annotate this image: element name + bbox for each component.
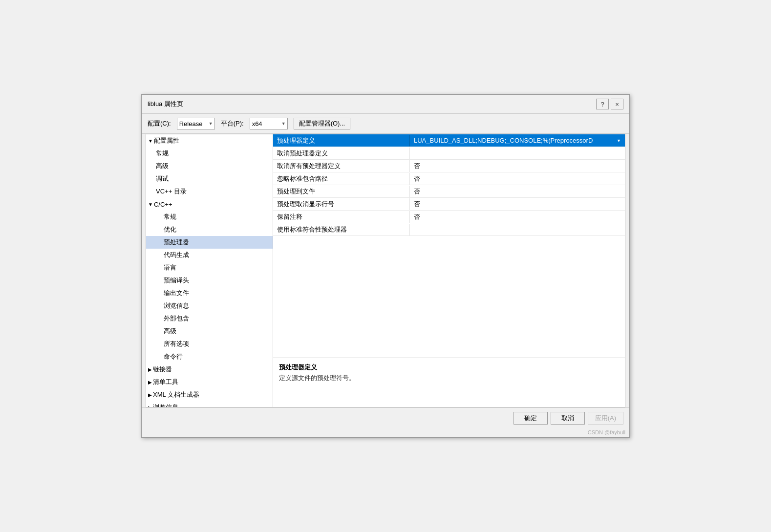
tree-item-pch[interactable]: 预编译头 <box>146 274 273 287</box>
tree-item-label: 命令行 <box>164 352 183 361</box>
prop-name: 取消预处理器定义 <box>273 148 410 159</box>
close-button[interactable]: × <box>611 99 623 109</box>
platform-select-wrapper: x64 x86 所有平台 <box>250 118 288 129</box>
config-select-wrapper: Release Debug 所有配置 <box>177 118 215 129</box>
tree-item-config-props[interactable]: ▼ 配置属性 <box>146 134 273 147</box>
tree-panel: ▼ 配置属性 常规 高级 调试 VC++ 目录 ▼ C/C++ <box>146 134 273 407</box>
expand-icon: ▶ <box>148 380 152 385</box>
config-label: 配置(C): <box>148 119 171 128</box>
watermark: CSDN @faybull <box>142 428 629 437</box>
tree-item-external-includes[interactable]: 外部包含 <box>146 312 273 325</box>
tree-item-label: 高级 <box>164 327 176 336</box>
tree-item-output-files[interactable]: 输出文件 <box>146 287 273 299</box>
tree-item-label: C/C++ <box>154 201 172 208</box>
tree-item-label: 预编译头 <box>164 276 189 285</box>
tree-item-general[interactable]: 常规 <box>146 147 273 160</box>
expand-icon: ▶ <box>148 405 152 407</box>
expand-icon: ▶ <box>148 367 152 372</box>
prop-name: 忽略标准包含路径 <box>273 173 410 185</box>
prop-row-preprocessor-def[interactable]: 预处理器定义 LUA_BUILD_AS_DLL;NDEBUG;_CONSOLE;… <box>273 134 625 147</box>
title-buttons: ? × <box>596 99 623 109</box>
tree-item-cpp-advanced[interactable]: 高级 <box>146 325 273 338</box>
title-bar: liblua 属性页 ? × <box>142 95 629 114</box>
tree-item-browse[interactable]: ▶ 浏览信息 <box>146 401 273 407</box>
prop-value <box>410 228 625 231</box>
prop-value: 否 <box>410 211 625 223</box>
prop-name: 使用标准符合性预处理器 <box>273 224 410 235</box>
prop-row-undefine-all[interactable]: 取消所有预处理器定义 否 <box>273 160 625 172</box>
toolbar: 配置(C): Release Debug 所有配置 平台(P): x64 x86… <box>142 114 629 134</box>
tree-scroll-area: ▼ 配置属性 常规 高级 调试 VC++ 目录 ▼ C/C++ <box>146 134 273 407</box>
prop-value <box>410 152 625 155</box>
prop-name: 预处理到文件 <box>273 186 410 197</box>
prop-value: LUA_BUILD_AS_DLL;NDEBUG;_CONSOLE;%(Prepr… <box>410 135 625 146</box>
tree-item-browse-info[interactable]: 浏览信息 <box>146 299 273 312</box>
expand-icon: ▶ <box>148 392 152 398</box>
apply-button[interactable]: 应用(A) <box>588 412 623 425</box>
tree-item-label: 常规 <box>164 213 176 221</box>
tree-item-label: 语言 <box>164 263 176 272</box>
tree-item-cpp[interactable]: ▼ C/C++ <box>146 198 273 211</box>
config-select[interactable]: Release Debug 所有配置 <box>177 118 215 129</box>
prop-name: 保留注释 <box>273 211 410 223</box>
tree-item-preprocessor[interactable]: 预处理器 <box>146 236 273 249</box>
prop-name: 取消所有预处理器定义 <box>273 160 410 172</box>
tree-item-optimization[interactable]: 优化 <box>146 223 273 236</box>
prop-name: 预处理器定义 <box>273 135 410 147</box>
prop-value: 否 <box>410 186 625 197</box>
prop-name: 预处理取消显示行号 <box>273 198 410 210</box>
properties-table: 预处理器定义 LUA_BUILD_AS_DLL;NDEBUG;_CONSOLE;… <box>273 134 625 358</box>
tree-item-label: 配置属性 <box>154 136 179 145</box>
prop-row-preprocess-file[interactable]: 预处理到文件 否 <box>273 185 625 198</box>
prop-value-text: LUA_BUILD_AS_DLL;NDEBUG;_CONSOLE;%(Prepr… <box>414 137 593 144</box>
ok-button[interactable]: 确定 <box>514 412 548 425</box>
tree-item-all-options[interactable]: 所有选项 <box>146 338 273 350</box>
properties-dialog: liblua 属性页 ? × 配置(C): Release Debug 所有配置… <box>141 94 630 438</box>
platform-select[interactable]: x64 x86 所有平台 <box>250 118 288 129</box>
tree-item-xml-gen[interactable]: ▶ XML 文档生成器 <box>146 388 273 401</box>
tree-item-advanced[interactable]: 高级 <box>146 160 273 172</box>
tree-item-language[interactable]: 语言 <box>146 261 273 274</box>
help-button[interactable]: ? <box>596 99 609 109</box>
prop-row-std-preprocessor[interactable]: 使用标准符合性预处理器 <box>273 223 625 236</box>
config-manager-button[interactable]: 配置管理器(O)... <box>294 118 351 129</box>
tree-item-label: 清单工具 <box>153 378 178 386</box>
tree-item-label: 所有选项 <box>164 340 189 348</box>
tree-item-label: XML 文档生成器 <box>153 390 199 399</box>
tree-item-label: 优化 <box>164 225 176 234</box>
tree-item-label: 浏览信息 <box>153 403 178 407</box>
prop-row-ignore-std[interactable]: 忽略标准包含路径 否 <box>273 172 625 185</box>
dialog-footer: 确定 取消 应用(A) <box>142 407 629 428</box>
tree-item-debug[interactable]: 调试 <box>146 172 273 185</box>
tree-item-linker[interactable]: ▶ 链接器 <box>146 363 273 376</box>
tree-item-codegen[interactable]: 代码生成 <box>146 249 273 261</box>
prop-value: 否 <box>410 198 625 210</box>
tree-item-cpp-general[interactable]: 常规 <box>146 211 273 223</box>
expand-icon: ▼ <box>148 202 153 207</box>
main-content: ▼ 配置属性 常规 高级 调试 VC++ 目录 ▼ C/C++ <box>146 134 625 407</box>
tree-item-manifest[interactable]: ▶ 清单工具 <box>146 376 273 388</box>
tree-item-label: 链接器 <box>153 365 172 374</box>
prop-value: 否 <box>410 160 625 172</box>
prop-row-undefine[interactable]: 取消预处理器定义 <box>273 147 625 160</box>
tree-item-label: 预处理器 <box>164 238 189 247</box>
tree-item-label: 代码生成 <box>164 251 189 259</box>
dialog-title: liblua 属性页 <box>148 100 183 108</box>
prop-value: 否 <box>410 173 625 185</box>
tree-item-label: 外部包含 <box>164 314 189 323</box>
tree-item-label: 输出文件 <box>164 289 189 298</box>
tree-item-label: 浏览信息 <box>164 301 189 310</box>
tree-item-label: 高级 <box>156 162 169 170</box>
description-text: 定义源文件的预处理符号。 <box>279 374 619 383</box>
tree-item-vc-dirs[interactable]: VC++ 目录 <box>146 185 273 198</box>
description-title: 预处理器定义 <box>279 363 619 372</box>
prop-row-suppress-line[interactable]: 预处理取消显示行号 否 <box>273 198 625 211</box>
tree-item-cmdline[interactable]: 命令行 <box>146 350 273 363</box>
tree-item-label: 调试 <box>156 174 169 183</box>
right-panel: 预处理器定义 LUA_BUILD_AS_DLL;NDEBUG;_CONSOLE;… <box>273 134 625 407</box>
dropdown-arrow-icon[interactable]: ▼ <box>617 138 621 143</box>
prop-row-keep-comments[interactable]: 保留注释 否 <box>273 211 625 223</box>
tree-item-label: 常规 <box>156 149 169 158</box>
description-panel: 预处理器定义 定义源文件的预处理符号。 <box>273 358 625 407</box>
cancel-button[interactable]: 取消 <box>551 412 585 425</box>
